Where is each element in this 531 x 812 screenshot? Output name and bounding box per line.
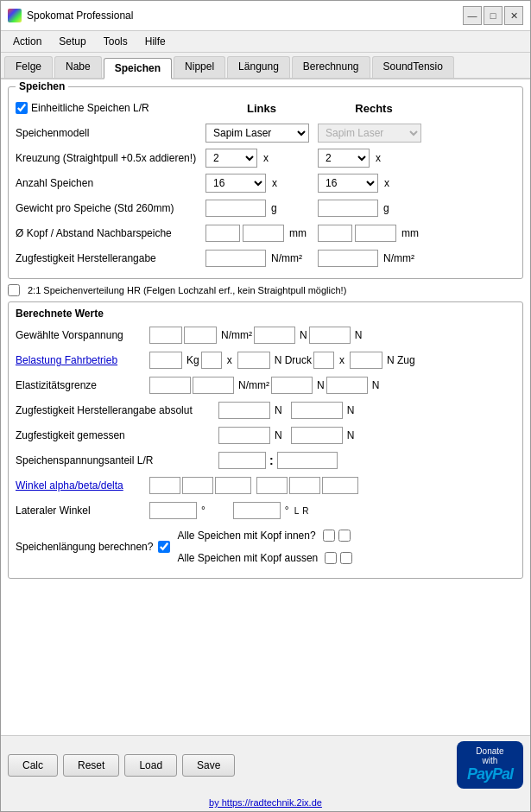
anzahl-right-select[interactable]: 16 (318, 174, 378, 193)
lateraler-left-input[interactable]: 7,91 (149, 502, 197, 519)
zugfestigkeit-right-input[interactable]: 1500 (318, 250, 378, 267)
berechnete-group: Berechnete Werte Gewählte Vorspannung 41… (8, 301, 523, 579)
belastung-x1: x (227, 354, 232, 366)
zugfestigkeit-left-input[interactable]: 1500 (205, 250, 266, 267)
vorspannung-unit1: N/mm² (221, 329, 252, 341)
kopf-left2-input[interactable]: 12,3 (243, 225, 284, 242)
menu-tools[interactable]: Tools (95, 33, 136, 50)
zugfest-gemessen-input2[interactable]: 2678 (291, 427, 343, 444)
kopf-left1-input[interactable]: 3,9 (205, 225, 240, 242)
elastizitaet-input2[interactable]: 1050 (193, 377, 234, 394)
reset-button[interactable]: Reset (63, 754, 119, 777)
spannungsanteil-sep: : (269, 454, 274, 467)
belastung-input5[interactable]: 294 (350, 352, 382, 369)
zugfest-gemessen-label: Zugfestigkeit gemessen (16, 429, 218, 441)
lateraler-unit1: ° (201, 504, 205, 517)
elastizitaet-input4[interactable]: 1785 (326, 377, 368, 394)
checkbox-einheitlich[interactable] (16, 102, 28, 114)
gewicht-label: Gewicht pro Speiche (Std 260mm) (16, 202, 205, 214)
zugfest-absolut-label: Zugfestigkeit Herstellerangabe absolut (16, 404, 218, 416)
checkbox-kopf-aussen-l[interactable] (325, 552, 337, 564)
gewicht-left-input[interactable]: 4,27 (205, 200, 266, 217)
vorspannung-input4[interactable]: 1111 (309, 327, 351, 344)
elastizitaet-input1[interactable]: 1050 (149, 377, 191, 394)
tab-speichen[interactable]: Speichen (104, 58, 172, 79)
winkel-l2-input[interactable]: 8,6 (182, 477, 213, 494)
winkel-link[interactable]: Winkel alpha/beta/delta (16, 479, 149, 492)
winkel-r3-input[interactable]: 53,6 (322, 477, 358, 494)
lateraler-right-input[interactable]: 4,97 (233, 502, 281, 519)
winkel-l3-input[interactable]: 53,6 (215, 477, 251, 494)
kreuzung-right-x: x (376, 152, 381, 164)
maximize-button[interactable]: □ (484, 6, 503, 25)
tab-felge[interactable]: Felge (4, 56, 53, 78)
zugfest-absolut-input1[interactable]: 2550 (218, 402, 270, 419)
kreuzung-right-select[interactable]: 2 (318, 149, 370, 168)
zugfestigkeit-right-unit: N/mm² (383, 252, 414, 264)
belastung-unit2: N Druck (275, 354, 312, 366)
winkel-l1-input[interactable]: 45 (149, 477, 180, 494)
kopf-innen-label: Alle Speichen mit Kopf innen? (177, 530, 315, 542)
app-icon (8, 9, 22, 22)
anzahl-left-select[interactable]: 16 (205, 174, 266, 193)
laengenberechnen-label: Speichenlängung berechnen? (16, 541, 153, 553)
checkbox-kopf-aussen-r[interactable] (340, 552, 352, 564)
anzahl-right-x: x (384, 177, 389, 189)
link-bar: by https://radtechnik.2ix.de (1, 794, 530, 811)
kopf-row: Ø Kopf / Abstand Nachbarspeiche 3,9 12,3… (16, 223, 515, 244)
checkbox-2to1-row: 2:1 Speichenverteilung HR (Felgen Lochza… (8, 284, 523, 296)
zugfest-gemessen-input1[interactable]: 2703 (218, 427, 270, 444)
speichenmodell-left-select[interactable]: Sapim Laser (205, 124, 309, 143)
spannungsanteil-input2[interactable]: 159,15 (277, 452, 338, 469)
belastung-input1[interactable]: 90 (149, 352, 182, 369)
kopf-right1-input[interactable]: 3,9 (318, 225, 352, 242)
belastung-input2[interactable]: 3 (201, 352, 222, 369)
menu-hilfe[interactable]: Hilfe (136, 33, 174, 50)
winkel-r1-input[interactable]: 45 (256, 477, 288, 494)
spannungsanteil-input1[interactable]: 100 (218, 452, 266, 469)
tab-nabe[interactable]: Nabe (54, 56, 102, 78)
lr-r-label: R (302, 506, 308, 516)
close-button[interactable]: ✕ (504, 6, 523, 25)
belastung-input3[interactable]: 294 (237, 352, 270, 369)
laengenberechnen-row: Speichenlängung berechnen? Alle Speichen… (16, 525, 515, 568)
vorspannung-input1[interactable]: 411 (149, 327, 182, 344)
belastung-unit1: Kg (186, 354, 199, 366)
minimize-button[interactable]: — (463, 6, 482, 25)
vorspannung-input3[interactable]: 698 (254, 327, 295, 344)
tab-berechnung[interactable]: Berechnung (292, 56, 370, 78)
checkbox-2to1[interactable] (8, 284, 20, 296)
checkbox-laengenberechnen[interactable] (158, 541, 170, 553)
checkbox-kopf-innen-l[interactable] (323, 530, 335, 542)
gewicht-right-input[interactable]: 4,27 (318, 200, 378, 217)
zugfestigkeit-row: Zugfestigkeit Herstellerangabe 1500 N/mm… (16, 248, 515, 269)
checkbox-kopf-innen-r[interactable] (338, 530, 351, 542)
speichenmodell-right-select[interactable]: Sapim Laser (318, 124, 421, 143)
elastizitaet-input3[interactable]: 1785 (271, 377, 313, 394)
bottom-bar: Calc Reset Load Save Donate with PayPal (1, 735, 530, 794)
vorspannung-label: Gewählte Vorspannung (16, 329, 149, 341)
zugfestigkeit-label: Zugfestigkeit Herstellerangabe (16, 252, 205, 264)
lr-l-label: L (294, 506, 300, 516)
kopf-right2-input[interactable]: 12,3 (355, 225, 396, 242)
tab-nippel[interactable]: Nippel (174, 56, 225, 78)
zugfest-gemessen-row: Zugfestigkeit gemessen 2703 N 2678 N (16, 425, 515, 446)
save-button[interactable]: Save (182, 754, 235, 777)
belastung-row: Belastung Fahrbetrieb 90 Kg 3 x 294 N Dr… (16, 350, 515, 371)
lateraler-label: Lateraler Winkel (16, 504, 149, 517)
belastung-link[interactable]: Belastung Fahrbetrieb (16, 354, 149, 366)
zugfest-absolut-input2[interactable]: 2550 (291, 402, 343, 419)
belastung-input4[interactable]: 3 (313, 352, 334, 369)
calc-button[interactable]: Calc (8, 754, 58, 777)
main-window: Spokomat Professional — □ ✕ Action Setup… (0, 0, 531, 812)
donate-button[interactable]: Donate with PayPal (457, 741, 523, 789)
menu-action[interactable]: Action (4, 33, 50, 50)
website-link[interactable]: by https://radtechnik.2ix.de (209, 797, 322, 808)
kreuzung-left-select[interactable]: 2 (205, 149, 257, 168)
tab-laengung[interactable]: Längung (227, 56, 290, 78)
load-button[interactable]: Load (124, 754, 177, 777)
winkel-r2-input[interactable]: 8,6 (289, 477, 320, 494)
vorspannung-input2[interactable]: 654 (184, 327, 217, 344)
menu-setup[interactable]: Setup (50, 33, 94, 50)
tab-soundtensio[interactable]: SoundTensio (372, 56, 454, 78)
